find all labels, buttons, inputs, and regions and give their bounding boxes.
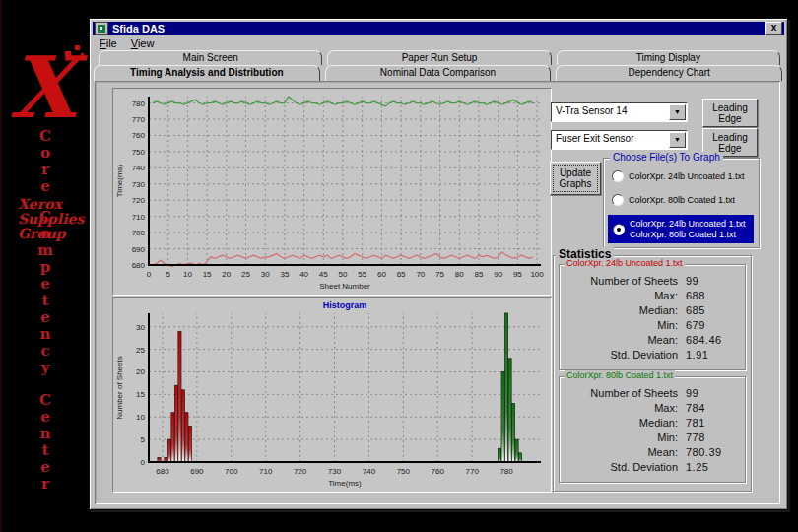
- svg-text:Time(ms): Time(ms): [115, 164, 124, 197]
- stats-group-uncoated-file: ColorXpr. 24lb Uncoated 1.txt: [565, 258, 685, 268]
- statistics-group: Statistics ColorXpr. 24lb Uncoated 1.txt…: [553, 255, 752, 492]
- stat-value: 685: [686, 304, 705, 319]
- tab-nominal-data-comparison[interactable]: Nominal Data Comparison: [325, 65, 552, 81]
- sensor2-dropdown-arrow-icon[interactable]: ▼: [669, 132, 686, 148]
- stat-value: 99: [686, 387, 698, 402]
- sensor2-dropdown[interactable]: Fuser Exit Sensor ▼: [551, 130, 688, 150]
- radio-selected-icon[interactable]: [613, 224, 625, 235]
- choose-files-group: Choose File(s) To Graph ColorXpr. 24lb U…: [603, 158, 760, 248]
- stat-label: Max:: [564, 290, 678, 304]
- svg-text:710: 710: [259, 467, 273, 476]
- svg-text:50: 50: [339, 270, 348, 279]
- svg-text:750: 750: [132, 148, 146, 157]
- svg-text:5: 5: [166, 270, 170, 279]
- close-button[interactable]: x: [765, 22, 782, 35]
- stats-group-coated-file: ColorXpr. 80lb Coated 1.txt: [565, 370, 675, 380]
- svg-text:770: 770: [465, 467, 479, 476]
- svg-text:720: 720: [132, 196, 146, 205]
- svg-text:770: 770: [132, 115, 146, 124]
- stat-label: Mean:: [564, 446, 678, 461]
- svg-text:700: 700: [132, 229, 146, 237]
- svg-text:Histogram: Histogram: [323, 300, 367, 310]
- svg-text:690: 690: [132, 245, 146, 254]
- stat-label: Median:: [564, 304, 678, 319]
- svg-text:780: 780: [132, 100, 146, 108]
- svg-text:15: 15: [203, 270, 212, 279]
- menu-file[interactable]: File: [93, 37, 124, 49]
- timing-line-chart-svg: 0510152025303540455055606570758085909510…: [113, 89, 549, 293]
- stat-label: Number of Sheets: [564, 387, 678, 402]
- svg-text:10: 10: [183, 270, 192, 279]
- tab-timing-analysis-distribution[interactable]: Timing Analysis and Distribution: [94, 65, 320, 81]
- svg-text:60: 60: [377, 270, 386, 279]
- svg-text:780: 780: [499, 467, 513, 476]
- update-graphs-button[interactable]: Update Graphs: [550, 162, 601, 195]
- app-window: Sfida DAS x File View Main Screen Paper …: [89, 18, 788, 510]
- stat-label: Max:: [564, 402, 678, 417]
- svg-text:90: 90: [494, 270, 502, 279]
- svg-text:85: 85: [474, 270, 483, 279]
- histogram-chart: 6806907007107207307407507607707800510152…: [112, 297, 552, 493]
- svg-text:0: 0: [147, 270, 152, 279]
- vertical-word-core: Core: [37, 128, 53, 195]
- svg-text:70: 70: [416, 270, 425, 279]
- stat-value: 679: [686, 319, 705, 334]
- sensor1-dropdown[interactable]: V-Tra Sensor 14 ▼: [551, 102, 688, 122]
- vertical-word-competency: Competency: [37, 209, 53, 376]
- file-option-3-selected[interactable]: ColorXpr. 24lb Uncoated 1.txt ColorXpr. …: [608, 215, 754, 243]
- stats-group-uncoated: ColorXpr. 24lb Uncoated 1.txt Number of …: [559, 264, 746, 370]
- svg-text:25: 25: [136, 346, 145, 355]
- tab-dependency-chart[interactable]: Dependency Chart: [556, 65, 782, 81]
- svg-text:730: 730: [328, 467, 342, 476]
- tab-row-2: Timing Analysis and Distribution Nominal…: [94, 65, 782, 81]
- stat-label: Mean:: [564, 334, 678, 349]
- svg-text:35: 35: [280, 270, 289, 279]
- stat-value: 778: [686, 432, 705, 446]
- svg-text:Time(ms): Time(ms): [328, 479, 362, 488]
- svg-text:80: 80: [455, 270, 464, 279]
- svg-text:Number of Sheets: Number of Sheets: [115, 356, 124, 419]
- file-option-2[interactable]: ColorXpr. 80lb Coated 1.txt: [612, 194, 735, 206]
- svg-text:740: 740: [132, 164, 146, 172]
- svg-text:40: 40: [299, 270, 308, 279]
- svg-text:15: 15: [136, 390, 145, 399]
- svg-text:760: 760: [132, 131, 146, 140]
- stat-value: 684.46: [686, 334, 722, 349]
- file-option-1[interactable]: ColorXpr. 24lb Uncoated 1.txt: [612, 170, 745, 182]
- histogram-chart-svg: 6806907007107207307407507607707800510152…: [113, 298, 549, 490]
- sensor1-value: V-Tra Sensor 14: [556, 105, 627, 116]
- svg-text:30: 30: [261, 270, 270, 279]
- stat-value: 1.25: [686, 461, 708, 476]
- svg-text:55: 55: [358, 270, 366, 279]
- svg-text:Sheet Number: Sheet Number: [319, 282, 370, 291]
- menu-view[interactable]: View: [124, 37, 162, 49]
- tab-row-1: Main Screen Paper Run Setup Timing Displ…: [99, 50, 780, 65]
- tab-main-screen[interactable]: Main Screen: [99, 50, 322, 65]
- svg-text:100: 100: [530, 270, 544, 279]
- svg-text:760: 760: [432, 467, 445, 476]
- leading-edge-button-1[interactable]: Leading Edge: [702, 99, 758, 127]
- svg-text:730: 730: [132, 180, 146, 189]
- tab-paper-run-setup[interactable]: Paper Run Setup: [327, 50, 551, 65]
- app-icon: [95, 22, 108, 35]
- title-bar[interactable]: Sfida DAS x: [93, 22, 784, 35]
- svg-text:95: 95: [513, 270, 522, 279]
- tab-timing-display[interactable]: Timing Display: [557, 50, 780, 65]
- svg-text:750: 750: [397, 467, 411, 476]
- vertical-word-center: Center: [37, 392, 53, 493]
- stat-label: Min:: [564, 319, 678, 334]
- xerox-sidebar: X Xerox Supplies Group Core Competency C…: [0, 0, 91, 532]
- sensor1-dropdown-arrow-icon[interactable]: ▼: [669, 104, 686, 120]
- stat-value: 780.39: [686, 446, 722, 461]
- radio-icon[interactable]: [612, 194, 624, 206]
- svg-text:10: 10: [136, 413, 145, 422]
- choose-files-group-label: Choose File(s) To Graph: [610, 152, 723, 163]
- svg-text:720: 720: [294, 467, 307, 476]
- stat-label: Std. Deviation: [564, 349, 678, 364]
- svg-text:20: 20: [136, 367, 145, 376]
- window-title: Sfida DAS: [112, 23, 765, 34]
- stat-value: 688: [686, 290, 705, 304]
- file-option-1-label: ColorXpr. 24lb Uncoated 1.txt: [629, 171, 745, 181]
- radio-icon[interactable]: [612, 170, 624, 182]
- svg-text:710: 710: [132, 213, 146, 222]
